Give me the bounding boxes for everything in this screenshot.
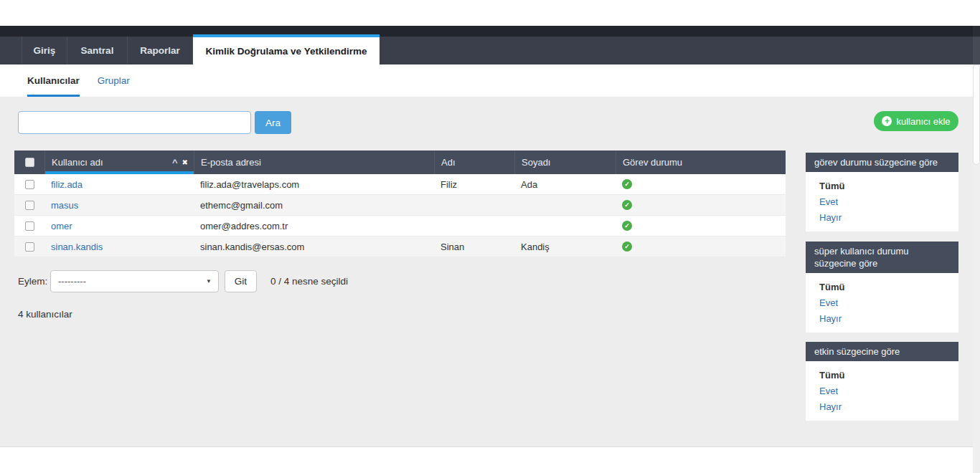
username-link[interactable]: filiz.ada: [51, 179, 83, 190]
subnav-tab-kullanicilar[interactable]: Kullanıcılar: [27, 64, 80, 97]
row-select-cell: [14, 216, 44, 236]
filter-option-no[interactable]: Hayır: [819, 210, 958, 226]
column-header-username-label: Kullanıcı adı: [52, 157, 103, 168]
action-select[interactable]: --------- ▼: [50, 270, 219, 292]
plus-icon: +: [882, 116, 892, 126]
username-cell: sinan.kandis: [44, 236, 194, 257]
column-header-lastname[interactable]: Soyadı: [514, 150, 616, 174]
filter-panel-superuser-status: süper kullanıcı durumu süzgecine göre Tü…: [806, 242, 958, 333]
table-row: filiz.ada filiz.ada@travelaps.com Filiz …: [14, 174, 786, 195]
staffstatus-cell: ✓: [616, 216, 786, 236]
username-link[interactable]: sinan.kandis: [51, 242, 103, 252]
row-select-cell: [14, 174, 44, 194]
filter-option-yes[interactable]: Evet: [819, 383, 958, 399]
email-cell: sinan.kandis@ersas.com: [194, 236, 434, 257]
filter-title: etkin süzgecine göre: [806, 342, 958, 361]
filter-option-all[interactable]: Tümü: [819, 280, 958, 295]
select-all-checkbox[interactable]: [25, 158, 34, 167]
sorted-column-indicator: [45, 171, 194, 174]
nav-tab-giris[interactable]: Giriş: [22, 37, 67, 64]
filter-title: süper kullanıcı durumu süzgecine göre: [806, 242, 958, 273]
row-checkbox[interactable]: [25, 180, 34, 189]
firstname-cell: [434, 195, 514, 215]
nav-tab-santral[interactable]: Santral: [67, 37, 127, 64]
firstname-cell: Sinan: [434, 236, 514, 257]
go-button[interactable]: Git: [225, 270, 257, 292]
filter-option-no[interactable]: Hayır: [819, 399, 958, 415]
staff-yes-icon: ✓: [622, 242, 632, 252]
top-white-strip: [0, 0, 980, 26]
filter-option-all[interactable]: Tümü: [819, 368, 958, 383]
staffstatus-cell: ✓: [616, 195, 786, 215]
username-cell: filiz.ada: [44, 174, 194, 194]
filter-panel-staff-status: görev durumu süzgecine göre Tümü Evet Ha…: [806, 153, 958, 231]
scrollbar-thumb[interactable]: [973, 64, 980, 165]
sort-ascending-icon[interactable]: ^: [172, 159, 178, 166]
username-link[interactable]: omer: [51, 221, 72, 231]
email-cell: ethemc@gmail.com: [194, 195, 434, 215]
username-cell: masus: [44, 195, 194, 215]
vertical-scrollbar[interactable]: [973, 26, 980, 473]
scrollbar-segment: [973, 26, 980, 37]
table-header-row: Kullanıcı adı ^ ✖ E-posta adresi Adı Soy…: [14, 150, 786, 174]
column-header-firstname[interactable]: Adı: [434, 150, 514, 174]
selection-status: 0 / 4 nesne seçildi: [270, 270, 348, 292]
column-header-username[interactable]: Kullanıcı adı ^ ✖: [44, 150, 194, 174]
filter-options: Tümü Evet Hayır: [806, 361, 958, 421]
username-link[interactable]: masus: [51, 200, 78, 211]
main-nav: Giriş Santral Raporlar Kimlik Doğrulama …: [0, 37, 973, 64]
row-select-cell: [14, 195, 44, 215]
nav-tab-kimlik-dogrulama[interactable]: Kimlik Doğrulama ve Yetkilendirme: [193, 34, 380, 64]
row-checkbox[interactable]: [25, 201, 34, 210]
email-cell: filiz.ada@travelaps.com: [194, 174, 434, 194]
table-row: masus ethemc@gmail.com ✓: [14, 195, 786, 216]
column-header-email[interactable]: E-posta adresi: [194, 150, 434, 174]
row-select-cell: [14, 236, 44, 257]
lastname-cell: Kandiş: [514, 236, 616, 257]
result-count: 4 kullanıcılar: [18, 309, 72, 320]
sort-remove-icon[interactable]: ✖: [182, 158, 188, 166]
username-cell: omer: [44, 216, 194, 236]
add-user-button[interactable]: + kullanıcı ekle: [874, 111, 958, 131]
filter-option-no[interactable]: Hayır: [819, 311, 958, 327]
sub-nav: Kullanıcılar Gruplar: [0, 64, 973, 97]
row-checkbox[interactable]: [25, 242, 34, 252]
table-row: omer omer@addres.com.tr ✓: [14, 216, 786, 236]
column-header-staffstatus[interactable]: Görev durumu: [616, 150, 786, 174]
select-all-cell: [14, 150, 44, 174]
staffstatus-cell: ✓: [616, 236, 786, 257]
filter-option-yes[interactable]: Evet: [819, 194, 958, 210]
row-checkbox[interactable]: [25, 221, 34, 231]
staff-yes-icon: ✓: [622, 179, 632, 189]
content-area: Ara + kullanıcı ekle Kullanıcı adı ^ ✖ E…: [0, 97, 980, 446]
search-button[interactable]: Ara: [255, 111, 291, 134]
lastname-cell: [514, 216, 616, 236]
bottom-white-strip: [0, 446, 980, 473]
table-row: sinan.kandis sinan.kandis@ersas.com Sina…: [14, 236, 786, 257]
filter-panel-active: etkin süzgecine göre Tümü Evet Hayır: [806, 342, 958, 421]
add-user-label: kullanıcı ekle: [896, 116, 950, 127]
email-cell: omer@addres.com.tr: [194, 216, 434, 236]
filter-options: Tümü Evet Hayır: [806, 172, 958, 231]
filter-title: görev durumu süzgecine göre: [806, 153, 958, 172]
action-selected-option: ---------: [58, 276, 86, 287]
staffstatus-cell: ✓: [616, 174, 786, 194]
filter-option-all[interactable]: Tümü: [819, 178, 958, 194]
scrollbar-segment: [973, 37, 980, 64]
users-table: Kullanıcı adı ^ ✖ E-posta adresi Adı Soy…: [14, 150, 786, 257]
staff-yes-icon: ✓: [622, 200, 632, 210]
chevron-down-icon: ▼: [206, 271, 212, 292]
lastname-cell: Ada: [514, 174, 616, 194]
top-black-bar: [0, 26, 973, 37]
staff-yes-icon: ✓: [622, 221, 632, 231]
subnav-tab-gruplar[interactable]: Gruplar: [98, 64, 130, 97]
action-label: Eylem:: [18, 270, 47, 292]
page: Giriş Santral Raporlar Kimlik Doğrulama …: [0, 0, 980, 473]
filter-option-yes[interactable]: Evet: [819, 295, 958, 311]
search-input[interactable]: [18, 111, 251, 134]
firstname-cell: Filiz: [434, 174, 514, 194]
filter-options: Tümü Evet Hayır: [806, 273, 958, 333]
firstname-cell: [434, 216, 514, 236]
nav-tab-raporlar[interactable]: Raporlar: [127, 37, 193, 64]
lastname-cell: [514, 195, 616, 215]
